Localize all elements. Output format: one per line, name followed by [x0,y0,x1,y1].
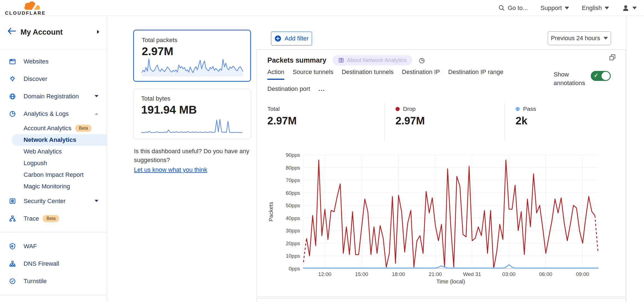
top-bar: CLOUDFLARE Go to... Support English [0,0,644,16]
svg-text:10pps: 10pps [286,253,300,259]
sidebar-item-waf[interactable]: WAF [0,237,107,255]
panel-header: Packets summary About Network Analytics [267,55,425,65]
feedback-block: Is this dashboard useful? Do you have an… [134,147,253,174]
tab-destination-ip-range[interactable]: Destination IP range [448,68,503,80]
svg-text:0pps: 0pps [289,266,300,272]
stat-value: 2.97M [267,115,297,127]
chevron-down-icon [94,199,99,203]
expand-icon[interactable] [608,53,616,61]
sidebar-item-dns-firewall[interactable]: DNS Firewall [0,255,107,272]
tab-source-tunnels[interactable]: Source tunnels [293,68,333,80]
sidebar-item-magic-monitoring[interactable]: Magic Monitoring [0,181,107,192]
total-bytes-sparkline [141,116,243,135]
tab-action[interactable]: Action [267,68,284,80]
svg-text:18:00: 18:00 [392,271,405,277]
add-filter-button[interactable]: Add filter [271,32,312,45]
chevron-up-icon [94,112,99,115]
svg-text:Wed 31: Wed 31 [463,271,481,277]
svg-text:06:00: 06:00 [539,271,552,277]
trace-icon [9,215,16,222]
chevron-right-icon[interactable] [97,30,100,34]
add-filter-label: Add filter [285,35,309,42]
svg-text:50pps: 50pps [286,203,300,208]
sidebar-item-domain-registration[interactable]: Domain Registration [0,88,107,105]
sidebar-item-account-analytics[interactable]: Account Analytics Beta [0,122,107,134]
stat-label: Drop [403,106,416,112]
total-packets-card[interactable]: Total packets 2.97M [133,30,251,82]
support-label: Support [541,4,562,12]
svg-text:09:00: 09:00 [576,271,589,277]
pie-chart-icon [9,110,16,117]
sidebar-item-discover[interactable]: Discover [0,70,107,88]
support-menu[interactable]: Support [541,4,569,12]
show-annotations-toggle[interactable]: ✓ [591,71,611,81]
refresh-check-icon [9,278,16,285]
tab-destination-port[interactable]: Destination port [267,85,310,97]
sidebar-item-label: Network Analytics [24,136,76,144]
cloudflare-logo[interactable]: CLOUDFLARE [4,1,57,16]
top-nav: Go to... Support English [498,0,637,16]
svg-text:90pps: 90pps [286,152,300,158]
chevron-down-icon [565,7,569,9]
toggle-knob [602,72,610,80]
sidebar-item-websites[interactable]: Websites [0,53,107,70]
stat-divider [504,103,505,141]
hierarchy-icon [9,260,16,267]
next-panel-edge [257,298,626,302]
user-icon [622,4,630,12]
language-label: English [582,4,602,12]
stat-value: 2k [516,115,536,127]
packets-time-series-chart: 0pps10pps20pps30pps40pps50pps60pps70pps8… [268,149,609,288]
sidebar-item-label: Security Center [24,198,66,205]
account-title[interactable]: My Account [21,28,63,37]
sidebar-item-label: Logpush [24,160,47,167]
content-divider [626,16,626,302]
sidebar-item-partial[interactable] [0,300,107,302]
shield-gear-icon [9,243,16,250]
sidebar-divider [0,295,107,295]
sidebar-item-web-analytics[interactable]: Web Analytics [0,146,107,157]
sidebar-item-logpush[interactable]: Logpush [0,157,107,169]
sidebar-item-analytics-logs[interactable]: Analytics & Logs [0,105,107,122]
pie-info-icon[interactable] [418,57,425,64]
svg-text:12:00: 12:00 [318,271,331,277]
sidebar-item-carbon-impact-report[interactable]: Carbon Impact Report [0,169,107,181]
sidebar-item-network-analytics[interactable]: Network Analytics [12,134,107,146]
language-menu[interactable]: English [582,4,609,12]
sidebar-item-label: Magic Monitoring [24,183,70,190]
goto-label: Go to... [508,4,528,12]
time-range-dropdown[interactable]: Previous 24 hours [548,31,611,45]
sidebar-item-label: WAF [24,243,37,250]
stat-label: Total [267,106,280,112]
svg-text:40pps: 40pps [286,215,300,221]
stat-divider [384,103,385,141]
total-bytes-card[interactable]: Total bytes 191.94 MB [133,89,251,139]
sidebar-nav: Websites Discover Domain Registration [0,49,107,302]
tabs-overflow-button[interactable]: ... [318,85,325,97]
svg-text:Time (local): Time (local) [436,278,465,285]
book-icon [338,57,344,63]
stat-drop: Drop 2.97M [395,106,425,127]
account-menu[interactable] [622,4,637,12]
tab-destination-tunnels[interactable]: Destination tunnels [342,68,394,80]
card-title: Total bytes [141,95,170,102]
dimension-tabs: Action Source tunnels Destination tunnel… [267,68,542,97]
goto-search[interactable]: Go to... [498,4,528,12]
stat-total: Total 2.97M [267,106,297,127]
tab-destination-ip[interactable]: Destination IP [402,68,440,80]
sidebar-item-turnstile[interactable]: Turnstile [0,272,107,290]
beta-badge: Beta [43,215,59,222]
sidebar-item-label: Turnstile [24,278,47,285]
feedback-link[interactable]: Let us know what you think [134,165,207,174]
sidebar-item-label: Account Analytics [24,125,71,132]
back-arrow-icon[interactable] [7,27,17,35]
sidebar-item-trace[interactable]: Trace Beta [0,210,107,227]
panel-title: Packets summary [267,56,326,64]
safe-icon [9,198,16,205]
sidebar-item-label: DNS Firewall [24,260,59,267]
sidebar-item-label: Analytics & Logs [24,110,69,117]
svg-text:20pps: 20pps [286,240,300,246]
sidebar-divider [0,232,107,232]
sidebar-item-security-center[interactable]: Security Center [0,192,107,210]
about-network-analytics-badge[interactable]: About Network Analytics [333,55,412,65]
